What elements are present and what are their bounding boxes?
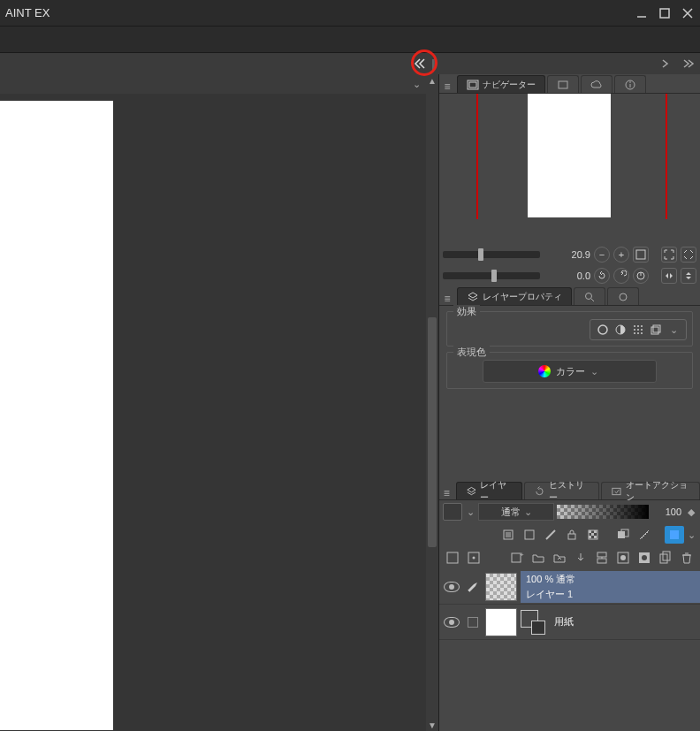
- layer-row[interactable]: 100 % 通常 レイヤー 1: [439, 569, 700, 605]
- edit-indicator[interactable]: [464, 581, 482, 593]
- layer-thumbnail[interactable]: [485, 608, 517, 636]
- layer-thumbnail[interactable]: [485, 573, 517, 601]
- swatch-caret-icon[interactable]: ⌄: [465, 506, 476, 518]
- svg-rect-27: [651, 327, 658, 334]
- flip-vertical-button[interactable]: [681, 268, 696, 284]
- scrollbar-thumb[interactable]: [428, 317, 437, 547]
- zoom-slider[interactable]: [443, 251, 540, 258]
- tab-navigator-label: ナビゲーター: [483, 79, 536, 91]
- panel-menu-button[interactable]: ≡: [439, 293, 455, 305]
- svg-point-13: [586, 293, 592, 299]
- tab-history[interactable]: ヒストリー: [524, 482, 599, 499]
- new-raster-layer-button[interactable]: [443, 549, 462, 567]
- square-icon: [468, 617, 478, 628]
- svg-rect-1: [660, 9, 669, 18]
- mask-enable-button[interactable]: [613, 526, 633, 544]
- color-wheel-icon: [538, 365, 551, 377]
- delete-layer-button[interactable]: [677, 549, 696, 567]
- tab-misc[interactable]: [607, 287, 639, 305]
- tab-layer-property-label: レイヤープロパティ: [483, 291, 562, 303]
- color-mode-select[interactable]: カラー ⌄: [483, 360, 657, 383]
- expand-next-button[interactable]: [658, 56, 673, 72]
- create-mask-button[interactable]: [613, 549, 633, 567]
- rotate-value: 0.0: [560, 270, 590, 281]
- scroll-down-icon[interactable]: ▼: [426, 719, 438, 731]
- paper-icon: [521, 610, 545, 635]
- new-layer-menu-button[interactable]: +: [507, 549, 527, 567]
- tab-info[interactable]: [614, 75, 646, 93]
- edit-indicator[interactable]: [464, 617, 482, 628]
- opacity-slider[interactable]: [557, 505, 649, 519]
- expand-all-button[interactable]: [681, 56, 696, 72]
- rotate-cw-button[interactable]: [613, 268, 629, 284]
- svg-point-18: [634, 325, 635, 327]
- layer-property-icon: [467, 291, 479, 303]
- screen-effect-button[interactable]: [631, 323, 645, 337]
- panel-menu-button[interactable]: ≡: [439, 487, 454, 499]
- merge-down-button[interactable]: [592, 549, 612, 567]
- reset-rotate-button[interactable]: [633, 268, 649, 284]
- zoom-in-button[interactable]: +: [613, 247, 629, 263]
- svg-rect-39: [594, 536, 597, 538]
- new-folder-button[interactable]: [529, 549, 548, 567]
- visibility-toggle[interactable]: [439, 582, 464, 592]
- transfer-down-button[interactable]: [571, 549, 590, 567]
- zoom-out-button[interactable]: −: [594, 247, 610, 263]
- tone-effect-button[interactable]: [613, 323, 628, 337]
- border-effect-button[interactable]: [596, 323, 610, 337]
- reference-layer-button[interactable]: [520, 526, 539, 544]
- blend-mode-select[interactable]: 通常 ⌄: [478, 503, 554, 521]
- tab-search[interactable]: [574, 287, 605, 305]
- layer-color-button[interactable]: [665, 526, 684, 544]
- duplicate-layer-button[interactable]: [656, 549, 675, 567]
- vertical-scrollbar[interactable]: ▲ ▼: [426, 74, 438, 731]
- scroll-up-icon[interactable]: ▲: [426, 74, 438, 87]
- blend-mode-label: 通常: [501, 506, 521, 519]
- opacity-caret-icon[interactable]: ◆: [686, 506, 696, 518]
- tab-auto-action[interactable]: オートアクション: [601, 482, 700, 499]
- canvas-options-caret-icon[interactable]: ⌄: [413, 79, 421, 90]
- actual-size-button[interactable]: [681, 247, 696, 263]
- svg-point-51: [620, 555, 626, 560]
- tab-quick-access[interactable]: [581, 75, 612, 93]
- layer-effect-button[interactable]: [649, 323, 663, 337]
- svg-rect-35: [589, 530, 591, 533]
- color-mode-label: カラー: [556, 365, 585, 378]
- tab-item-bank[interactable]: [547, 75, 579, 93]
- nav-viewport-right: [666, 94, 667, 219]
- visibility-toggle[interactable]: [439, 617, 464, 628]
- clip-mask-button[interactable]: [498, 526, 518, 544]
- ruler-toggle-button[interactable]: [635, 526, 654, 544]
- effect-dropdown-caret-icon[interactable]: ⌄: [666, 323, 681, 337]
- palette-color-swatch[interactable]: [443, 503, 462, 521]
- minimize-button[interactable]: [635, 6, 649, 20]
- panel-menu-button[interactable]: ≡: [439, 80, 455, 93]
- canvas[interactable]: [0, 101, 113, 730]
- rotate-ccw-button[interactable]: [594, 268, 610, 284]
- tab-layer-property[interactable]: レイヤープロパティ: [457, 287, 572, 305]
- move-to-folder-button[interactable]: [550, 549, 569, 567]
- svg-rect-48: [597, 552, 606, 557]
- navigator-preview[interactable]: [439, 94, 700, 244]
- lock-button[interactable]: [562, 526, 582, 544]
- draft-layer-button[interactable]: [541, 526, 560, 544]
- fit-screen-button[interactable]: [661, 247, 677, 263]
- svg-rect-55: [663, 552, 670, 560]
- svg-point-45: [473, 557, 476, 560]
- lock-transparent-button[interactable]: [583, 526, 603, 544]
- new-vector-layer-button[interactable]: [464, 549, 483, 567]
- tab-layer[interactable]: レイヤー: [456, 482, 522, 499]
- tab-navigator[interactable]: ナビゲーター: [457, 75, 545, 93]
- layer-color-caret-icon[interactable]: ⌄: [686, 529, 696, 541]
- svg-rect-28: [653, 325, 660, 332]
- collapse-panels-button[interactable]: [412, 56, 428, 72]
- layer-row[interactable]: 用紙: [439, 605, 700, 640]
- svg-rect-31: [506, 532, 511, 537]
- maximize-button[interactable]: [658, 6, 672, 20]
- zoom-fit-button[interactable]: [633, 247, 649, 263]
- apply-mask-button[interactable]: [635, 549, 654, 567]
- panel-grip-icon[interactable]: |||: [431, 57, 434, 70]
- close-button[interactable]: [681, 6, 695, 20]
- rotate-slider[interactable]: [443, 272, 540, 279]
- flip-horizontal-button[interactable]: [661, 268, 677, 284]
